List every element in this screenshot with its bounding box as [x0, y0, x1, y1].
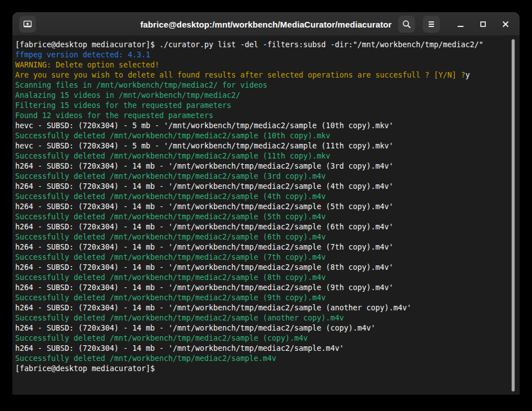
terminal-line: [fabrice@desktop mediacurator]$ — [15, 364, 512, 374]
terminal-line: hevc - SUBSD: (720x304) - 5 mb - '/mnt/w… — [15, 121, 512, 131]
terminal-text-segment: Analazing 15 videos in /mnt/workbench/tm… — [15, 91, 240, 100]
terminal-line: hevc - SUBSD: (720x304) - 5 mb - '/mnt/w… — [15, 141, 512, 151]
terminal-line: Are you sure you wish to delete all foun… — [15, 70, 512, 80]
terminal-line: Filtering 15 videos for the requested pa… — [15, 101, 512, 111]
hamburger-menu-icon — [426, 19, 437, 30]
terminal-line: Successfully deleted /mnt/workbench/tmp/… — [15, 212, 512, 222]
terminal-text-segment: Successfully deleted /mnt/workbench/tmp/… — [15, 314, 344, 322]
terminal-line: h264 - SUBSD: (720x304) - 14 mb - '/mnt/… — [15, 303, 512, 313]
terminal-line: Successfully deleted /mnt/workbench/tmp/… — [15, 232, 512, 242]
terminal-text-segment: [fabrice@desktop mediacurator]$ — [15, 364, 159, 373]
terminal-text-segment: h264 - SUBSD: (720x304) - 14 mb - '/mnt/… — [15, 162, 393, 170]
minimize-icon — [455, 19, 466, 30]
terminal-line: [fabrice@desktop mediacurator]$ ./curato… — [15, 40, 512, 50]
terminal-text-segment: h264 - SUBSD: (720x304) - 14 mb - '/mnt/… — [15, 304, 411, 312]
terminal-text-segment: hevc - SUBSD: (720x304) - 5 mb - '/mnt/w… — [15, 142, 393, 150]
terminal-line: h264 - SUBSD: (720x304) - 14 mb - '/mnt/… — [15, 222, 512, 232]
terminal-text-segment: Successfully deleted /mnt/workbench/tmp/… — [15, 354, 276, 363]
terminal-text-segment: Successfully deleted /mnt/workbench/tmp/… — [15, 273, 326, 282]
terminal-line: Successfully deleted /mnt/workbench/tmp/… — [15, 171, 512, 182]
new-tab-button[interactable] — [19, 16, 36, 33]
terminal-text-segment: Found 12 videos for the requested parame… — [15, 111, 213, 120]
terminal-line: h264 - SUBSD: (720x304) - 14 mb - '/mnt/… — [15, 242, 512, 252]
terminal-line: h264 - SUBSD: (720x304) - 14 mb - '/mnt/… — [15, 182, 512, 192]
terminal-line: h264 - SUBSD: (720x304) - 14 mb - '/mnt/… — [15, 263, 512, 273]
maximize-icon — [477, 19, 489, 30]
terminal-line: h264 - SUBSD: (720x304) - 14 mb - '/mnt/… — [15, 202, 512, 212]
terminal-text-segment: Successfully deleted /mnt/workbench/tmp/… — [15, 192, 326, 201]
window-title: fabrice@desktop:/mnt/workbench/MediaCura… — [141, 19, 392, 29]
terminal-text-segment: [fabrice@desktop mediacurator]$ ./curato… — [15, 40, 484, 49]
terminal-text-segment: h264 - SUBSD: (720x304) - 14 mb - '/mnt/… — [15, 202, 393, 211]
terminal-text-segment: h264 - SUBSD: (720x304) - 14 mb - '/mnt/… — [15, 243, 393, 251]
terminal-line: Successfully deleted /mnt/workbench/tmp/… — [15, 293, 512, 303]
search-icon — [401, 19, 412, 30]
terminal-text-segment: h264 - SUBSD: (720x304) - 14 mb - '/mnt/… — [15, 324, 375, 332]
terminal-output: [fabrice@desktop mediacurator]$ ./curato… — [12, 36, 520, 374]
terminal-line: h264 - SUBSD: (720x304) - 14 mb - '/mnt/… — [15, 323, 512, 333]
terminal-text-segment: Successfully deleted /mnt/workbench/tmp/… — [15, 152, 330, 160]
terminal-line: Successfully deleted /mnt/workbench/tmp/… — [15, 313, 512, 323]
close-button[interactable] — [498, 17, 513, 31]
terminal-line: WARNING: Delete option selected! — [15, 60, 512, 70]
terminal-text-segment: y — [466, 71, 470, 79]
terminal-line: h264 - SUBSD: (720x304) - 14 mb - '/mnt/… — [15, 283, 512, 293]
terminal-line: Analazing 15 videos in /mnt/workbench/tm… — [15, 91, 512, 101]
terminal-line: Successfully deleted /mnt/workbench/tmp/… — [15, 273, 512, 283]
terminal-line: Found 12 videos for the requested parame… — [15, 111, 512, 121]
terminal-line: h264 - SUBSD: (720x304) - 14 mb - '/mnt/… — [15, 344, 512, 354]
terminal-text-segment: h264 - SUBSD: (720x304) - 14 mb - '/mnt/… — [15, 344, 344, 353]
terminal-text-segment: WARNING: Delete option selected! — [15, 61, 159, 69]
terminal-text-segment: Successfully deleted /mnt/workbench/tmp/… — [15, 253, 326, 261]
maximize-button[interactable] — [476, 17, 490, 31]
menu-button[interactable] — [423, 16, 440, 33]
terminal-text-segment: Successfully deleted /mnt/workbench/tmp/… — [15, 132, 330, 140]
terminal-text-segment: Successfully deleted /mnt/workbench/tmp/… — [15, 233, 326, 241]
terminal-text-segment: Are you sure you wish to delete all foun… — [15, 71, 466, 79]
terminal-line: Successfully deleted /mnt/workbench/tmp/… — [15, 131, 512, 141]
terminal-text-segment: Successfully deleted /mnt/workbench/tmp/… — [15, 334, 308, 342]
terminal-line: Successfully deleted /mnt/workbench/tmp/… — [15, 151, 512, 161]
terminal-line: Successfully deleted /mnt/workbench/tmp/… — [15, 333, 512, 344]
titlebar[interactable]: fabrice@desktop:/mnt/workbench/MediaCura… — [12, 12, 520, 36]
scrollbar-thumb[interactable] — [511, 39, 515, 392]
terminal-text-segment: h264 - SUBSD: (720x304) - 14 mb - '/mnt/… — [15, 223, 393, 231]
terminal-line: Successfully deleted /mnt/workbench/tmp/… — [15, 252, 512, 263]
terminal-text-segment: Successfully deleted /mnt/workbench/tmp/… — [15, 213, 326, 221]
titlebar-right-controls — [398, 16, 513, 33]
terminal-text-segment: ffmpeg version detected: 4.3.1 — [15, 51, 150, 59]
terminal-text-segment: hevc - SUBSD: (720x304) - 5 mb - '/mnt/w… — [15, 121, 393, 130]
close-icon — [500, 19, 511, 30]
terminal-window: fabrice@desktop:/mnt/workbench/MediaCura… — [12, 12, 520, 395]
search-button[interactable] — [398, 16, 415, 33]
terminal-text-segment: h264 - SUBSD: (720x304) - 14 mb - '/mnt/… — [15, 263, 393, 272]
terminal-text-segment: Scanning files in /mnt/workbench/tmp/med… — [15, 81, 267, 89]
minimize-button[interactable] — [453, 17, 468, 31]
terminal-text-segment: Successfully deleted /mnt/workbench/tmp/… — [15, 293, 326, 302]
terminal-line: Successfully deleted /mnt/workbench/tmp/… — [15, 354, 512, 364]
terminal-text-segment: h264 - SUBSD: (720x304) - 14 mb - '/mnt/… — [15, 283, 393, 292]
window-controls — [453, 17, 513, 31]
new-tab-icon — [22, 19, 33, 30]
terminal-text-segment: Successfully deleted /mnt/workbench/tmp/… — [15, 172, 326, 180]
terminal-text-segment: h264 - SUBSD: (720x304) - 14 mb - '/mnt/… — [15, 182, 393, 191]
terminal[interactable]: [fabrice@desktop mediacurator]$ ./curato… — [12, 36, 520, 395]
terminal-text-segment: Filtering 15 videos for the requested pa… — [15, 101, 231, 110]
terminal-line: h264 - SUBSD: (720x304) - 14 mb - '/mnt/… — [15, 161, 512, 171]
terminal-line: Scanning files in /mnt/workbench/tmp/med… — [15, 80, 512, 91]
terminal-line: ffmpeg version detected: 4.3.1 — [15, 50, 512, 60]
terminal-line: Successfully deleted /mnt/workbench/tmp/… — [15, 192, 512, 202]
